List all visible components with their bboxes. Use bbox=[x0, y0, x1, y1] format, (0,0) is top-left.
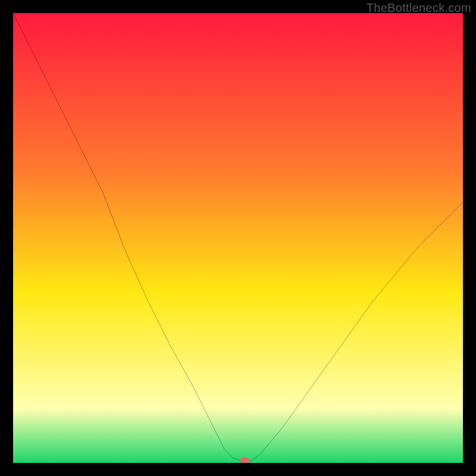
gradient-plot bbox=[13, 13, 463, 463]
gradient-background bbox=[13, 13, 463, 463]
watermark-text: TheBottleneck.com bbox=[367, 1, 471, 15]
chart-frame: TheBottleneck.com bbox=[0, 0, 476, 476]
